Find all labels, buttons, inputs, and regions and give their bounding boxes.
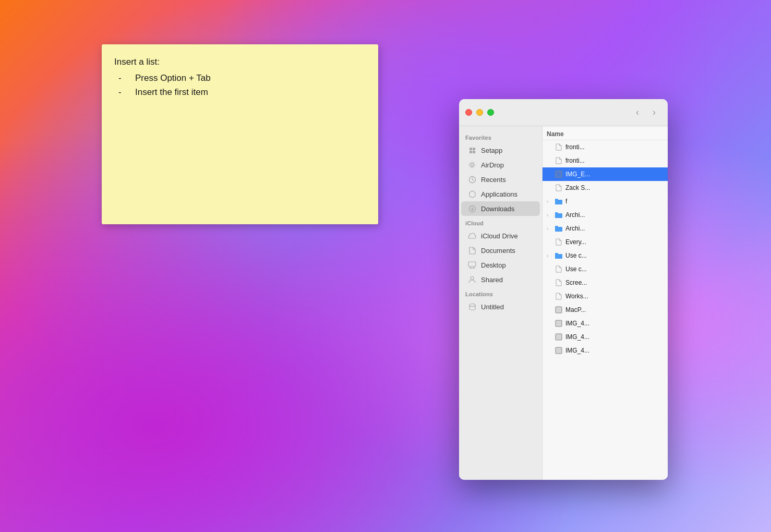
icloud-drive-label: iCloud Drive <box>481 232 518 240</box>
sidebar-item-applications[interactable]: Applications <box>461 187 540 201</box>
file-row-scree[interactable]: Scree... <box>543 276 668 289</box>
file-name: fronti... <box>565 157 664 164</box>
finder-window: ‹ › Favorites Setapp <box>459 99 668 480</box>
svg-rect-0 <box>469 148 472 150</box>
finder-titlebar: ‹ › <box>459 99 668 126</box>
file-name: Use c... <box>565 265 664 273</box>
file-row-archi1[interactable]: › Archi... <box>543 208 668 222</box>
file-icon <box>554 251 563 260</box>
sticky-note-item-2: - Insert the first item <box>118 85 366 99</box>
file-icon <box>554 170 563 179</box>
sticky-note-text-2: Insert the first item <box>135 85 208 99</box>
file-icon <box>554 278 563 287</box>
file-icon <box>554 264 563 274</box>
file-icon <box>554 142 563 152</box>
file-row-img_e[interactable]: IMG_E... <box>543 167 668 181</box>
file-row-works[interactable]: Works... <box>543 289 668 303</box>
file-icon <box>554 224 563 233</box>
file-row-fronti1[interactable]: fronti... <box>543 140 668 154</box>
svg-rect-20 <box>556 307 562 313</box>
file-name: Archi... <box>565 225 664 232</box>
untitled-label: Untitled <box>481 303 504 311</box>
maximize-button[interactable] <box>487 109 494 116</box>
file-name: IMG_4... <box>565 347 664 354</box>
file-icon <box>554 183 563 192</box>
recents-label: Recents <box>481 176 506 184</box>
file-rows-container: fronti... fronti... IMG_E... Zack S...› … <box>543 140 668 357</box>
locations-header: Locations <box>459 287 542 299</box>
airdrop-label: AirDrop <box>481 161 504 169</box>
svg-line-9 <box>472 179 474 180</box>
file-row-img4-1[interactable]: IMG_4... <box>543 317 668 330</box>
file-icon <box>554 197 563 206</box>
sticky-note-item-1: - Press Option + Tab <box>118 71 366 85</box>
finder-sidebar: Favorites Setapp <box>459 126 543 480</box>
sticky-note-text-1: Press Option + Tab <box>135 71 211 85</box>
name-column-header: Name <box>547 130 564 138</box>
downloads-icon <box>467 204 477 213</box>
file-row-use-c1[interactable]: › Use c... <box>543 249 668 262</box>
file-row-every[interactable]: Every... <box>543 235 668 249</box>
shared-icon <box>467 275 477 284</box>
desktop-icon <box>467 260 477 270</box>
file-name: Every... <box>565 238 664 246</box>
sticky-note-content: Insert a list: - Press Option + Tab - In… <box>114 55 366 100</box>
file-name: f <box>565 198 664 205</box>
airdrop-icon <box>467 160 477 170</box>
file-row-fronti2[interactable]: fronti... <box>543 154 668 167</box>
recents-icon <box>467 175 477 184</box>
sidebar-item-recents[interactable]: Recents <box>461 172 540 187</box>
svg-rect-22 <box>556 320 562 327</box>
svg-point-17 <box>469 304 475 306</box>
sticky-note: Insert a list: - Press Option + Tab - In… <box>102 44 378 224</box>
file-icon <box>554 156 563 165</box>
file-row-f[interactable]: › f <box>543 195 668 208</box>
sidebar-item-icloud-drive[interactable]: iCloud Drive <box>461 228 540 243</box>
sidebar-item-downloads[interactable]: Downloads <box>461 201 540 216</box>
sidebar-item-untitled[interactable]: Untitled <box>461 299 540 314</box>
back-button[interactable]: ‹ <box>630 105 645 120</box>
sidebar-item-airdrop[interactable]: AirDrop <box>461 158 540 172</box>
file-row-archi2[interactable]: › Archi... <box>543 222 668 235</box>
file-row-use-c2[interactable]: Use c... <box>543 262 668 276</box>
file-name: Zack S... <box>565 184 664 191</box>
sticky-note-title: Insert a list: <box>114 55 366 69</box>
file-row-macp[interactable]: MacP... <box>543 303 668 317</box>
favorites-header: Favorites <box>459 130 542 143</box>
documents-label: Documents <box>481 247 515 255</box>
file-name: IMG_4... <box>565 320 664 327</box>
file-icon <box>554 210 563 220</box>
svg-point-16 <box>471 276 474 280</box>
setapp-label: Setapp <box>481 147 502 154</box>
file-row-zack[interactable]: Zack S... <box>543 181 668 195</box>
sidebar-item-shared[interactable]: Shared <box>461 272 540 287</box>
file-row-img4-2[interactable]: IMG_4... <box>543 330 668 344</box>
file-icon <box>554 332 563 342</box>
forward-button[interactable]: › <box>647 105 661 120</box>
chevron-icon: › <box>547 226 554 232</box>
applications-label: Applications <box>481 190 517 198</box>
file-name: Works... <box>565 293 664 300</box>
downloads-label: Downloads <box>481 205 514 213</box>
nav-buttons: ‹ › <box>630 105 661 120</box>
traffic-lights <box>465 109 494 116</box>
sticky-note-dash-1: - <box>118 71 127 85</box>
file-name: IMG_4... <box>565 333 664 341</box>
filelist-header: Name <box>543 128 668 140</box>
file-icon <box>554 292 563 301</box>
file-row-img4-3[interactable]: IMG_4... <box>543 344 668 357</box>
chevron-icon: › <box>547 212 554 218</box>
svg-rect-26 <box>556 347 562 354</box>
file-icon <box>554 237 563 247</box>
file-icon <box>554 319 563 328</box>
sidebar-item-setapp[interactable]: Setapp <box>461 143 540 158</box>
file-name: Use c... <box>565 252 664 259</box>
shared-label: Shared <box>481 276 503 284</box>
finder-filelist: Name fronti... fronti... IMG_E... Zack S… <box>543 126 668 480</box>
sidebar-item-desktop[interactable]: Desktop <box>461 258 540 272</box>
sidebar-item-documents[interactable]: Documents <box>461 243 540 258</box>
close-button[interactable] <box>465 109 472 116</box>
icloud-header: iCloud <box>459 216 542 228</box>
svg-rect-3 <box>473 151 475 153</box>
minimize-button[interactable] <box>476 109 483 116</box>
